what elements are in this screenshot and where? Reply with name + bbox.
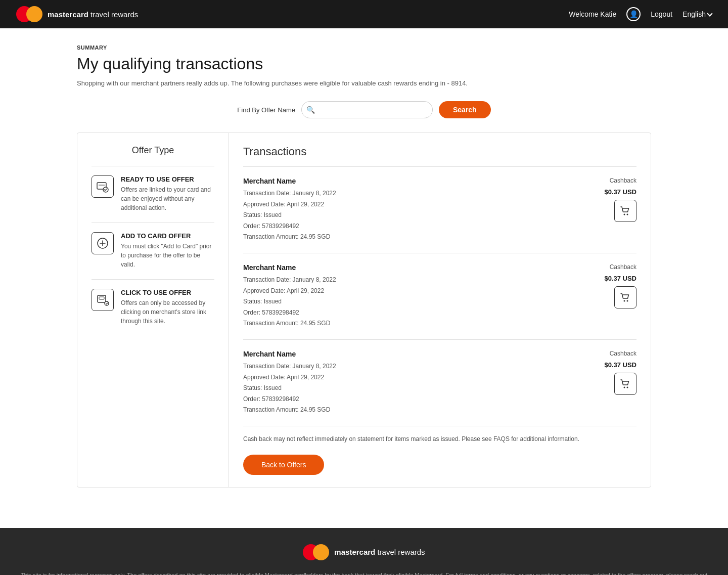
- header-nav: Welcome Katie 👤 Logout English: [569, 7, 712, 21]
- offer-type-column: Offer Type READY TO USE OFFER Offers are…: [77, 133, 229, 487]
- transaction-details: Transaction Date: January 8, 2022 Approv…: [243, 275, 336, 329]
- transaction-info: Merchant Name Transaction Date: January …: [243, 350, 336, 416]
- back-to-offers-button[interactable]: Back to Offers: [243, 455, 324, 475]
- svg-point-14: [627, 386, 628, 388]
- summary-label: SUMMARY: [77, 45, 651, 51]
- mc-orange-circle: [26, 6, 42, 22]
- offer-item-add-desc: You must click "Add to Card" prior to pu…: [121, 242, 214, 269]
- cashback-amount: $0.37 USD: [604, 188, 636, 196]
- cashback-amount: $0.37 USD: [604, 361, 636, 369]
- transaction-merchant: Merchant Name: [243, 263, 336, 272]
- logout-button[interactable]: Logout: [651, 10, 672, 18]
- transaction-right: Cashback $0.37 USD: [571, 177, 636, 222]
- offer-type-title: Offer Type: [92, 145, 214, 156]
- svg-point-11: [624, 300, 625, 301]
- offer-type-divider: [92, 166, 214, 166]
- transaction-merchant: Merchant Name: [243, 350, 336, 358]
- separator-2: [92, 279, 214, 280]
- transaction-merchant: Merchant Name: [243, 177, 336, 185]
- footer-disclaimer: This site is for informational purposes …: [20, 570, 708, 575]
- user-icon[interactable]: 👤: [626, 7, 641, 21]
- transaction-info: Merchant Name Transaction Date: January …: [243, 263, 336, 329]
- search-button[interactable]: Search: [439, 101, 491, 118]
- transaction-row: Merchant Name Transaction Date: January …: [243, 253, 636, 340]
- svg-rect-6: [98, 295, 106, 302]
- ready-to-use-icon: [92, 175, 114, 198]
- search-row: Find By Offer Name 🔍 Search: [77, 101, 651, 118]
- offer-item-ready-content: READY TO USE OFFER Offers are linked to …: [121, 175, 214, 212]
- cart-icon: [614, 373, 636, 395]
- offer-item-ready-title: READY TO USE OFFER: [121, 175, 214, 183]
- svg-point-8: [105, 301, 109, 305]
- cart-icon: [614, 200, 636, 222]
- offer-item-ready-desc: Offers are linked to your card and can b…: [121, 185, 214, 212]
- svg-point-12: [627, 300, 628, 301]
- offer-item-ready: READY TO USE OFFER Offers are linked to …: [92, 175, 214, 212]
- search-input-wrap: 🔍: [301, 101, 433, 118]
- transaction-details: Transaction Date: January 8, 2022 Approv…: [243, 361, 336, 416]
- welcome-text: Welcome Katie: [569, 10, 616, 18]
- transaction-right: Cashback $0.37 USD: [571, 350, 636, 395]
- offer-item-click-title: CLICK TO USE OFFER: [121, 289, 214, 296]
- footer-mc-orange-circle: [313, 544, 329, 560]
- click-to-use-icon: [92, 289, 114, 311]
- search-icon: 🔍: [306, 106, 315, 114]
- transaction-rows: Merchant Name Transaction Date: January …: [243, 167, 636, 426]
- cashback-amount: $0.37 USD: [604, 275, 636, 282]
- footer-mc-logo: [303, 544, 329, 560]
- transaction-row: Merchant Name Transaction Date: January …: [243, 340, 636, 426]
- language-selector[interactable]: English: [682, 10, 712, 18]
- brand-name: mastercard travel rewards: [48, 10, 138, 19]
- transaction-details: Transaction Date: January 8, 2022 Approv…: [243, 188, 336, 243]
- main-content: SUMMARY My qualifying transactions Shopp…: [61, 28, 667, 508]
- offer-item-click: CLICK TO USE OFFER Offers can only be ac…: [92, 289, 214, 326]
- cashback-label: Cashback: [610, 177, 636, 184]
- cart-icon: [614, 286, 636, 308]
- page-title: My qualifying transactions: [77, 55, 651, 73]
- svg-rect-7: [99, 297, 104, 299]
- transactions-column: Transactions Merchant Name Transaction D…: [229, 133, 651, 487]
- transaction-row: Merchant Name Transaction Date: January …: [243, 167, 636, 253]
- offer-item-click-desc: Offers can only be accessed by clicking …: [121, 298, 214, 326]
- page-subtitle: Shopping with our merchant partners real…: [77, 79, 651, 87]
- two-column-layout: Offer Type READY TO USE OFFER Offers are…: [77, 132, 651, 488]
- transactions-title: Transactions: [243, 145, 636, 158]
- add-to-card-icon: [92, 232, 114, 254]
- offer-item-add-title: ADD TO CARD OFFER: [121, 232, 214, 240]
- transaction-info: Merchant Name Transaction Date: January …: [243, 177, 336, 243]
- search-label: Find By Offer Name: [237, 106, 295, 114]
- offer-item-click-content: CLICK TO USE OFFER Offers can only be ac…: [121, 289, 214, 326]
- offer-item-add-content: ADD TO CARD OFFER You must click "Add to…: [121, 232, 214, 269]
- svg-point-9: [624, 214, 625, 215]
- footer: mastercard travel rewards This site is f…: [0, 528, 728, 575]
- cashback-note: Cash back may not reflect immediately on…: [243, 435, 636, 443]
- cashback-label: Cashback: [610, 263, 636, 271]
- chevron-down-icon: [707, 11, 712, 16]
- separator-1: [92, 223, 214, 223]
- footer-logo-row: mastercard travel rewards: [20, 544, 708, 560]
- offer-item-add: ADD TO CARD OFFER You must click "Add to…: [92, 232, 214, 269]
- logo-area: mastercard travel rewards: [16, 6, 138, 22]
- header: mastercard travel rewards Welcome Katie …: [0, 0, 728, 28]
- mastercard-logo: [16, 6, 42, 22]
- search-input[interactable]: [301, 101, 433, 118]
- svg-point-10: [627, 214, 628, 215]
- transaction-right: Cashback $0.37 USD: [571, 263, 636, 308]
- cashback-label: Cashback: [610, 350, 636, 357]
- svg-point-13: [624, 386, 625, 388]
- footer-brand-name: mastercard travel rewards: [334, 548, 425, 556]
